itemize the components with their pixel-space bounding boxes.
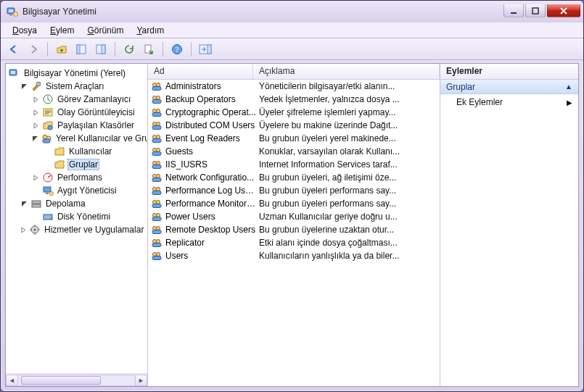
tree-storage[interactable]: Depolama — [20, 197, 147, 210]
properties-button[interactable] — [92, 41, 110, 58]
svg-point-40 — [152, 109, 156, 112]
svg-point-68 — [156, 226, 160, 230]
group-icon — [151, 211, 163, 222]
collapse-icon[interactable] — [20, 83, 28, 91]
svg-point-52 — [152, 161, 156, 164]
list-body[interactable]: AdministratorsYöneticilerin bilgisayar/e… — [148, 80, 440, 386]
close-button[interactable] — [547, 4, 580, 17]
group-icon — [151, 237, 163, 249]
forward-button[interactable] — [25, 41, 42, 58]
main-body: Bilgisayar Yönetimi (Yerel) — [5, 63, 579, 387]
actions-section[interactable]: Gruplar ▲ — [440, 80, 578, 94]
svg-point-53 — [156, 161, 160, 164]
tree-horizontal-scrollbar[interactable]: ◄ ► — [6, 373, 147, 386]
svg-point-58 — [152, 187, 156, 191]
list-item[interactable]: Backup OperatorsYedek İşletmenler, yalnı… — [148, 93, 440, 106]
toolbar: ? — [1, 38, 583, 60]
svg-point-59 — [156, 187, 160, 191]
tree-services-apps[interactable]: Hizmetler ve Uygulamalar — [20, 223, 147, 236]
svg-point-46 — [152, 135, 156, 138]
group-name: Administrators — [165, 81, 256, 91]
tree-label: Görev Zamanlayıcı — [56, 94, 132, 104]
folder-icon — [54, 159, 65, 170]
group-description: Bu grubun üyeleri performans say... — [256, 199, 440, 209]
export-list-button[interactable] — [140, 41, 157, 58]
show-hide-tree-button[interactable] — [73, 41, 90, 58]
column-header-desc[interactable]: Açıklama — [253, 64, 440, 79]
toolbar-separator — [47, 42, 48, 57]
expand-icon[interactable] — [32, 122, 40, 130]
tree-disk-management[interactable]: Disk Yönetimi — [32, 210, 147, 223]
menu-help[interactable]: Yardım — [131, 24, 170, 37]
scroll-track[interactable] — [18, 375, 135, 386]
group-name: Users — [165, 251, 256, 261]
expand-icon[interactable] — [20, 226, 27, 234]
tree-system-tools[interactable]: Sistem Araçları — [20, 80, 147, 93]
expand-icon[interactable] — [32, 96, 40, 104]
tree-local-users-groups[interactable]: Yerel Kullanıcılar ve Gruplar — [32, 132, 147, 145]
menu-view-label: Görünüm — [87, 25, 123, 36]
scroll-right-button[interactable]: ► — [135, 375, 147, 386]
list-item[interactable]: Cryptographic Operat...Üyeler şifreleme … — [148, 106, 440, 119]
list-item[interactable]: UsersKullanıcıların yanlışlıkla ya da bi… — [148, 249, 440, 262]
toolbar-separator — [191, 42, 192, 57]
menu-view[interactable]: Görünüm — [81, 24, 129, 37]
actions-more-item[interactable]: Ek Eylemler ▶ — [440, 94, 578, 110]
action-pane-toggle-button[interactable] — [197, 41, 214, 58]
tree-users-folder[interactable]: Kullanıcılar — [44, 145, 147, 158]
list-item[interactable]: Performance Log UsersBu grubun üyeleri p… — [148, 184, 440, 197]
collapse-icon[interactable] — [20, 200, 28, 208]
help-button[interactable]: ? — [168, 41, 186, 58]
device-manager-icon — [42, 185, 54, 196]
tree-device-manager[interactable]: Aygıt Yöneticisi — [32, 184, 147, 197]
list-item[interactable]: ReplicatorEtki alanı içinde dosya çoğalt… — [148, 236, 440, 249]
tree-task-scheduler[interactable]: Görev Zamanlayıcı — [32, 93, 147, 106]
svg-rect-36 — [152, 87, 161, 91]
column-header-name[interactable]: Ad — [148, 64, 253, 79]
console-tree[interactable]: Bilgisayar Yönetimi (Yerel) — [6, 64, 147, 373]
group-description: Bu grubun üyeleri performans say... — [256, 185, 440, 196]
menu-bar: Dosya Eylem Görünüm Yardım — [1, 22, 583, 38]
refresh-button[interactable] — [120, 41, 138, 58]
collapse-section-icon[interactable]: ▲ — [565, 83, 572, 91]
tree-event-viewer[interactable]: Olay Görüntüleyicisi — [32, 106, 147, 119]
collapse-icon[interactable] — [32, 135, 38, 143]
list-item[interactable]: Power UsersUzman Kullanıcılar geriye doğ… — [148, 210, 440, 223]
list-item[interactable]: IIS_IUSRSInternet Information Services t… — [148, 158, 440, 171]
toolbar-separator — [115, 42, 115, 57]
tree-shared-folders[interactable]: Paylaşılan Klasörler — [32, 119, 147, 132]
menu-action[interactable]: Eylem — [44, 24, 80, 37]
services-icon — [29, 224, 41, 235]
list-item[interactable]: GuestsKonuklar, varsayılan olarak Kullan… — [148, 145, 440, 158]
tools-icon — [30, 80, 42, 92]
list-item[interactable]: Performance Monitor ...Bu grubun üyeleri… — [148, 197, 440, 210]
scroll-thumb[interactable] — [21, 376, 101, 385]
group-description: Üyelere bu makine üzerinde Dağıt... — [256, 120, 440, 130]
list-item[interactable]: Event Log ReadersBu grubun üyeleri yerel… — [148, 132, 440, 145]
list-item[interactable]: Distributed COM UsersÜyelere bu makine ü… — [148, 119, 440, 132]
title-bar[interactable]: Bilgisayar Yönetimi — [1, 1, 583, 22]
menu-file[interactable]: Dosya — [7, 24, 43, 37]
list-item[interactable]: Network Configuratio...Bu grubun üyeleri… — [148, 171, 440, 184]
svg-point-71 — [156, 239, 160, 243]
expand-icon[interactable] — [32, 109, 40, 117]
tree-performance[interactable]: Performans — [32, 171, 147, 184]
back-button[interactable] — [5, 41, 22, 58]
list-item[interactable]: Remote Desktop UsersBu grubun üyelerine … — [148, 223, 440, 236]
scroll-left-button[interactable]: ◄ — [6, 375, 18, 386]
group-icon — [151, 133, 163, 144]
tree-root[interactable]: Bilgisayar Yönetimi (Yerel) — [9, 67, 147, 80]
menu-help-label: Yardım — [136, 25, 164, 36]
svg-point-56 — [156, 174, 160, 178]
expand-icon[interactable] — [32, 174, 40, 182]
svg-rect-42 — [152, 113, 161, 117]
tree-groups-folder[interactable]: Gruplar — [44, 158, 147, 171]
list-item[interactable]: AdministratorsYöneticilerin bilgisayar/e… — [148, 80, 440, 93]
maximize-button[interactable] — [525, 4, 546, 17]
svg-point-3 — [14, 12, 18, 17]
svg-point-33 — [34, 229, 36, 231]
up-folder-button[interactable] — [53, 41, 70, 58]
tree-label: Hizmetler ve Uygulamalar — [43, 225, 145, 235]
svg-rect-7 — [77, 45, 80, 54]
minimize-button[interactable] — [503, 4, 524, 17]
